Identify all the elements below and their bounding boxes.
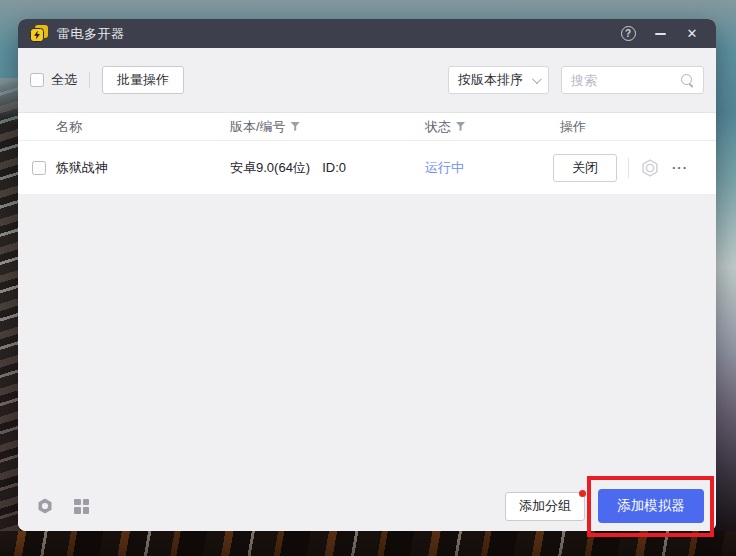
- row-checkbox[interactable]: [32, 161, 46, 175]
- column-status: 状态: [425, 118, 451, 136]
- footer-bar: 添加分组 添加模拟器: [18, 481, 716, 531]
- lightning-icon: [30, 28, 44, 42]
- toolbar-divider: [89, 72, 90, 88]
- column-version: 版本/编号: [230, 118, 286, 136]
- select-all-label: 全选: [51, 71, 77, 89]
- search-input[interactable]: [571, 73, 681, 88]
- close-icon: ✕: [687, 27, 698, 40]
- actions-divider: [628, 158, 629, 178]
- search-box: [561, 66, 704, 94]
- window-title: 雷电多开器: [57, 25, 125, 43]
- column-actions: 操作: [560, 118, 586, 136]
- add-group-label: 添加分组: [519, 497, 571, 515]
- app-logo-icon: [30, 25, 48, 42]
- select-all-checkbox[interactable]: [30, 73, 44, 87]
- table-row[interactable]: 炼狱战神 安卓9.0(64位) ID:0 运行中 关闭 ···: [18, 141, 716, 195]
- minimize-button[interactable]: [644, 19, 676, 48]
- empty-list-area: [18, 195, 716, 481]
- filter-icon[interactable]: [291, 122, 300, 132]
- emulator-version: 安卓9.0(64位): [230, 159, 310, 177]
- grid-icon: [74, 499, 89, 514]
- minimize-icon: [655, 33, 666, 35]
- close-button[interactable]: ✕: [676, 19, 708, 48]
- grid-view-button[interactable]: [74, 499, 89, 514]
- wallpaper-rocks-left: [0, 78, 20, 556]
- add-group-button[interactable]: 添加分组: [505, 492, 585, 521]
- sort-dropdown-value: 按版本排序: [458, 71, 523, 89]
- chevron-down-icon: [532, 74, 542, 84]
- help-icon: ?: [621, 26, 636, 41]
- notification-dot: [579, 490, 586, 497]
- app-window: 雷电多开器 ? ✕ 全选 批量操作 按版本排序 名称 版本/编号: [18, 19, 716, 531]
- add-emulator-button[interactable]: 添加模拟器: [598, 489, 704, 523]
- toolbar: 全选 批量操作 按版本排序: [18, 48, 716, 112]
- batch-operation-button[interactable]: 批量操作: [102, 66, 184, 94]
- titlebar: 雷电多开器 ? ✕: [18, 19, 716, 48]
- wallpaper-rocks-bottom: [0, 531, 736, 556]
- settings-gear-icon[interactable]: [640, 158, 660, 178]
- more-actions-button[interactable]: ···: [672, 161, 688, 174]
- sort-dropdown[interactable]: 按版本排序: [448, 66, 549, 94]
- emulator-name: 炼狱战神: [56, 159, 108, 177]
- status-badge: 运行中: [425, 159, 464, 177]
- search-icon: [681, 74, 694, 87]
- settings-nut-button[interactable]: [36, 497, 54, 515]
- column-name: 名称: [56, 118, 82, 136]
- help-button[interactable]: ?: [612, 19, 644, 48]
- table-header: 名称 版本/编号 状态 操作: [18, 112, 716, 141]
- hex-nut-icon: [36, 497, 54, 515]
- filter-icon[interactable]: [456, 122, 465, 132]
- emulator-id: ID:0: [322, 160, 346, 175]
- close-emulator-button[interactable]: 关闭: [553, 154, 617, 182]
